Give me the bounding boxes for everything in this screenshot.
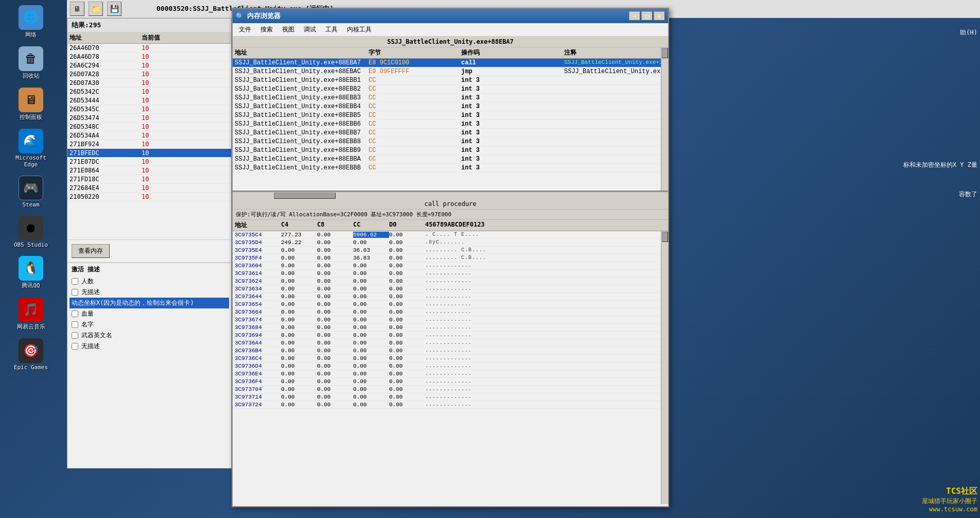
checkbox-item-nodesc1[interactable]: 无描述: [72, 287, 227, 298]
disasm-row[interactable]: SSJJ_BattleClient_Unity.exe+88EBBA CC in…: [233, 155, 668, 164]
table-row[interactable]: 26A46D70 10: [67, 44, 231, 53]
menu-file[interactable]: 文件: [235, 24, 255, 35]
table-row[interactable]: 26D07A30 10: [67, 79, 231, 88]
menu-tools[interactable]: 工具: [321, 24, 342, 35]
table-row[interactable]: 271E0864 10: [67, 166, 231, 175]
disasm-row[interactable]: SSJJ_BattleClient_Unity.exe+88EBB8 CC in…: [233, 137, 668, 146]
memory-row[interactable]: 3C9736F4 0.00 0.00 0.00 0.00 ...........…: [233, 378, 668, 386]
memory-row[interactable]: 3C9735F4 0.00 0.00 36.83 0.00 ......... …: [233, 254, 668, 262]
name-checkbox[interactable]: [72, 321, 78, 328]
table-row[interactable]: 271BF924 10: [67, 140, 231, 149]
memory-row[interactable]: 3C973634 0.00 0.00 0.00 0.00 ...........…: [233, 285, 668, 293]
disasm-addr: SSJJ_BattleClient_Unity.exe+88EBB9: [235, 147, 369, 154]
table-row[interactable]: 26D5345C 10: [67, 105, 231, 114]
memory-row[interactable]: 3C973624 0.00 0.00 0.00 0.00 ...........…: [233, 278, 668, 285]
sidebar-item-netease[interactable]: 🎵 网易云音乐: [10, 297, 51, 331]
memory-scrollbar[interactable]: [661, 231, 668, 504]
folder-button[interactable]: 📁: [89, 2, 103, 16]
mem-c8: 0.00: [317, 255, 353, 261]
disasm-row[interactable]: SSJJ_BattleClient_Unity.exe+88EBB1 CC in…: [233, 76, 668, 85]
sidebar-item-epic[interactable]: 🎯 Epic Games: [10, 338, 51, 371]
menu-debug[interactable]: 调试: [300, 24, 320, 35]
memory-row[interactable]: 3C973664 0.00 0.00 0.00 0.00 ...........…: [233, 308, 668, 316]
memory-row[interactable]: 3C973644 0.00 0.00 0.00 0.00 ...........…: [233, 293, 668, 301]
sidebar-item-obs[interactable]: ⏺ OBS Studio: [10, 216, 51, 248]
memory-row[interactable]: 3C9735C4 277.23 0.00 5906.62 0.00 . C...…: [233, 231, 668, 239]
close-button[interactable]: ✕: [654, 11, 665, 21]
monitor-button[interactable]: 🖥: [70, 2, 84, 16]
memory-row[interactable]: 3C9736E4 0.00 0.00 0.00 0.00 ...........…: [233, 370, 668, 378]
memory-row[interactable]: 3C973694 0.00 0.00 0.00 0.00 ...........…: [233, 332, 668, 339]
weapon-checkbox[interactable]: [72, 332, 78, 339]
disasm-row[interactable]: SSJJ_BattleClient_Unity.exe+88EBBB CC in…: [233, 164, 668, 172]
table-row[interactable]: 271FD18C 10: [67, 175, 231, 184]
menu-view[interactable]: 视图: [278, 24, 299, 35]
mem-d0: 0.00: [389, 340, 425, 346]
table-row[interactable]: 26D5342C 10: [67, 88, 231, 96]
checkbox-item-health[interactable]: 血量: [72, 308, 227, 319]
memory-row[interactable]: 3C973654 0.00 0.00 0.00 0.00 ...........…: [233, 301, 668, 308]
checkbox-item-dynamic-coord[interactable]: 动态坐标X(因为是动态的，绘制出来会很卡): [69, 298, 229, 308]
memory-row[interactable]: 3C9735E4 0.00 0.00 36.03 0.00 ......... …: [233, 247, 668, 254]
memory-row[interactable]: 3C9736C4 0.00 0.00 0.00 0.00 ...........…: [233, 355, 668, 362]
table-row[interactable]: 26D53444 10: [67, 96, 231, 105]
memory-row[interactable]: 3C9736A4 0.00 0.00 0.00 0.00 ...........…: [233, 339, 668, 347]
menu-search[interactable]: 搜索: [256, 24, 277, 35]
disasm-row[interactable]: SSJJ_BattleClient_Unity.exe+88EBB6 CC in…: [233, 120, 668, 129]
sidebar-item-qq[interactable]: 🐧 腾讯QQ: [10, 256, 51, 289]
table-row[interactable]: 272684E4 10: [67, 184, 231, 193]
checkbox-item-players[interactable]: 人数: [72, 276, 227, 287]
health-checkbox[interactable]: [72, 310, 78, 317]
checkbox-item-nodesc2[interactable]: 无描述: [72, 341, 227, 352]
scan-memory-button[interactable]: 查看内存: [72, 244, 110, 258]
memory-scrollbar-thumb[interactable]: [662, 232, 668, 242]
disasm-comment: [564, 120, 666, 128]
save-button[interactable]: 💾: [107, 2, 121, 16]
memory-row[interactable]: 3C9735D4 249.22 0.00 0.00 0.00 .8yC.....…: [233, 239, 668, 247]
menu-kernel[interactable]: 内核工具: [343, 24, 376, 35]
memory-row[interactable]: 3C973614 0.00 0.00 0.00 0.00 ...........…: [233, 270, 668, 278]
sidebar-item-network[interactable]: 🌐 网络: [10, 5, 51, 39]
memory-row[interactable]: 3C973724 0.00 0.00 0.00 0.00 ...........…: [233, 401, 668, 409]
table-row[interactable]: 26A46D78 10: [67, 53, 231, 61]
disasm-h-scrollbar-thumb[interactable]: [274, 193, 336, 199]
memory-row[interactable]: 3C973704 0.00 0.00 0.00 0.00 ...........…: [233, 386, 668, 393]
maximize-button[interactable]: □: [641, 11, 653, 21]
sidebar-item-edge[interactable]: 🌊 Microsoft Edge: [10, 129, 51, 168]
table-row[interactable]: 271E07DC 10: [67, 158, 231, 166]
checkbox-item-name[interactable]: 名字: [72, 319, 227, 330]
disasm-scrollbar-thumb[interactable]: [662, 48, 668, 58]
disasm-row[interactable]: SSJJ_BattleClient_Unity.exe+88EBB7 CC in…: [233, 129, 668, 137]
disasm-scrollbar[interactable]: [661, 47, 668, 191]
checkbox-item-weapon[interactable]: 武器英文名: [72, 330, 227, 341]
memory-row[interactable]: 3C9736D4 0.00 0.00 0.00 0.00 ...........…: [233, 362, 668, 370]
disasm-h-scrollbar[interactable]: [233, 192, 668, 199]
table-row[interactable]: 26D534A4 10: [67, 131, 231, 140]
table-row[interactable]: 26D53474 10: [67, 114, 231, 123]
disasm-row[interactable]: SSJJ_BattleClient_Unity.exe+88EBAC E9 89…: [233, 67, 668, 76]
minimize-button[interactable]: ─: [629, 11, 640, 21]
players-checkbox[interactable]: [72, 278, 78, 285]
table-row[interactable]: 26D5348C 10: [67, 123, 231, 131]
memory-row[interactable]: 3C973674 0.00 0.00 0.00 0.00 ...........…: [233, 316, 668, 324]
table-row[interactable]: 26D07A28 10: [67, 70, 231, 79]
sidebar-item-controlpanel[interactable]: 🖥 控制面板: [10, 88, 51, 121]
disasm-row[interactable]: SSJJ_BattleClient_Unity.exe+88EBB4 CC in…: [233, 102, 668, 111]
memory-row[interactable]: 3C973714 0.00 0.00 0.00 0.00 ...........…: [233, 393, 668, 401]
memory-row[interactable]: 3C973684 0.00 0.00 0.00 0.00 ...........…: [233, 324, 668, 332]
table-row-selected[interactable]: 271BFEDC 10: [67, 149, 231, 158]
sidebar-item-steam[interactable]: 🎮 Steam: [10, 176, 51, 208]
table-row[interactable]: 26A6C294 10: [67, 61, 231, 70]
disasm-row-selected[interactable]: SSJJ_BattleClient_Unity.exe+88EBA7 E8 9C…: [233, 59, 668, 67]
disasm-row[interactable]: SSJJ_BattleClient_Unity.exe+88EBB2 CC in…: [233, 85, 668, 94]
disasm-row[interactable]: SSJJ_BattleClient_Unity.exe+88EBB3 CC in…: [233, 94, 668, 102]
disasm-row[interactable]: SSJJ_BattleClient_Unity.exe+88EBB9 CC in…: [233, 146, 668, 155]
sidebar-item-recycle[interactable]: 🗑 回收站: [10, 46, 51, 80]
nodesc1-checkbox[interactable]: [72, 289, 78, 296]
mem-cc: 0.00: [353, 371, 389, 377]
memory-row[interactable]: 3C973604 0.00 0.00 0.00 0.00 ...........…: [233, 262, 668, 270]
nodesc2-checkbox[interactable]: [72, 343, 78, 350]
disasm-row[interactable]: SSJJ_BattleClient_Unity.exe+88EBB5 CC in…: [233, 111, 668, 120]
table-row[interactable]: 21050220 10: [67, 193, 231, 201]
memory-row[interactable]: 3C9736B4 0.00 0.00 0.00 0.00 ...........…: [233, 347, 668, 355]
